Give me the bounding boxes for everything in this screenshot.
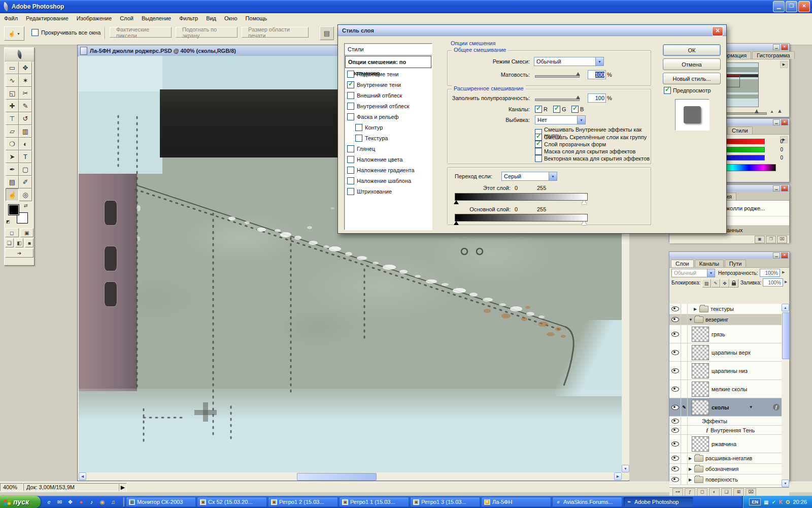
visibility-toggle[interactable] <box>669 380 681 398</box>
zoom-tool[interactable]: ◎ <box>19 188 32 201</box>
menu-item-help[interactable]: Помощь <box>242 13 272 23</box>
layers-scrollbar[interactable]: ▲ ▼ <box>782 304 789 487</box>
style-item-pattern-overlay[interactable]: Наложение шаблона <box>345 175 432 186</box>
tray-icon-update[interactable]: ✪ <box>786 499 790 505</box>
quick-mask-button[interactable]: ▣ <box>20 228 34 237</box>
maximize-button[interactable]: ❐ <box>786 1 797 12</box>
scroll-right-icon[interactable]: ▶ <box>614 472 622 480</box>
underlying-gradient-bar[interactable] <box>455 214 588 221</box>
layer-group-row[interactable]: ▶ расшивка-негатив <box>669 453 782 464</box>
dialog-titlebar[interactable]: Стиль слоя <box>338 25 726 36</box>
fill-field[interactable]: 100% <box>763 278 783 287</box>
tab-paths[interactable]: Пути <box>725 260 747 267</box>
fullscreen-button[interactable]: ■ <box>25 238 33 247</box>
visibility-toggle[interactable] <box>669 453 681 463</box>
visibility-toggle[interactable] <box>669 314 681 325</box>
status-menu-arrow[interactable]: ▶ <box>119 483 127 491</box>
type-tool[interactable]: T <box>19 150 32 163</box>
palette-close-icon[interactable]: ✕ <box>781 185 788 192</box>
task-retro1-3[interactable]: ▣Ретро1 3 (15.03... <box>410 497 480 507</box>
fill-opacity-field[interactable]: 100 <box>588 93 606 103</box>
jump-to-imageready-button[interactable]: ➔ <box>5 248 33 258</box>
layer-row-active[interactable]: ✎ сколы ▼ f <box>669 398 782 417</box>
palette-close-icon[interactable]: ✕ <box>781 44 788 50</box>
crop-tool[interactable]: ◱ <box>6 87 19 100</box>
slider-thumb-icon[interactable] <box>576 72 580 76</box>
palette-menu-icon[interactable]: ▶ <box>780 61 788 68</box>
effects-header-row[interactable]: Эффекты <box>669 417 782 426</box>
shape-tool[interactable]: ▢ <box>19 163 32 176</box>
checkbox[interactable] <box>535 106 542 113</box>
dodge-tool[interactable]: ◐ <box>19 138 32 150</box>
task-cx52[interactable]: ▣Сх 52 (15.03.20... <box>197 497 267 507</box>
menu-item-window[interactable]: Окно <box>220 13 242 23</box>
blur-tool[interactable]: ❍ <box>6 138 19 150</box>
adjustment-layer-icon[interactable]: ◐ <box>709 488 720 496</box>
palette-minimize-icon[interactable]: ▁ <box>773 185 780 192</box>
add-layer-mask-icon[interactable]: ◻ <box>697 488 707 496</box>
checkbox[interactable] <box>347 81 354 88</box>
layer-row[interactable]: мелкие сколы <box>669 380 782 398</box>
blending-options-default-item[interactable]: Опции смешения: по умолчанию <box>345 56 431 68</box>
tab-channels[interactable]: Каналы <box>695 260 724 267</box>
checkbox[interactable] <box>347 156 354 163</box>
gradient-tool[interactable]: ▥ <box>19 125 32 138</box>
expand-arrow-icon[interactable]: ▶ <box>689 456 693 461</box>
menu-item-file[interactable]: Файл <box>0 13 22 23</box>
white-slider-marker[interactable] <box>582 200 587 204</box>
visibility-toggle[interactable] <box>669 464 681 474</box>
tray-icon-grid[interactable]: ▦ <box>764 499 768 505</box>
transparency-shapes-check[interactable]: Слой прозрачных форм <box>535 141 606 148</box>
expand-arrow-icon[interactable]: ▼ <box>689 318 693 322</box>
effects-collapse-icon[interactable]: ▼ <box>749 405 753 409</box>
lasso-tool[interactable]: ∿ <box>6 74 19 87</box>
expand-arrow-icon[interactable]: ▶ <box>694 307 698 311</box>
style-item-stroke[interactable]: Штрихование <box>345 186 432 197</box>
delete-layer-icon[interactable]: ⌧ <box>746 488 756 496</box>
layer-group-row[interactable]: ▶ текстуры <box>669 304 782 314</box>
layer-thumbnail[interactable] <box>692 363 709 378</box>
scroll-up-icon[interactable]: ▲ <box>782 304 789 311</box>
style-item-gradient-overlay[interactable]: Наложение градиента <box>345 165 432 175</box>
styles-list-header[interactable]: Стили <box>345 44 432 55</box>
opacity-field[interactable]: 100% <box>760 269 780 277</box>
visibility-toggle[interactable] <box>669 398 681 416</box>
palette-close-icon[interactable]: ✕ <box>781 252 788 259</box>
opera-icon[interactable]: ● <box>77 498 85 506</box>
winamp-icon[interactable]: ♫ <box>109 498 117 506</box>
menu-item-image[interactable]: Изображение <box>73 13 116 23</box>
checkbox[interactable] <box>347 188 354 195</box>
rectangular-marquee-tool[interactable]: ▭ <box>6 61 19 74</box>
black-slider-marker[interactable] <box>454 200 459 204</box>
history-brush-tool[interactable]: ↺ <box>19 112 32 125</box>
checkbox[interactable] <box>347 103 354 110</box>
checkbox[interactable] <box>347 92 354 99</box>
task-retro1-2[interactable]: ▣Ретро1 2 (15.03... <box>268 497 338 507</box>
show-desktop-icon[interactable]: ❖ <box>66 498 75 506</box>
task-retro1-1[interactable]: ▣Ретро1 1 (15.03... <box>339 497 409 507</box>
layer-group-row[interactable]: ▶ обозначения <box>669 464 782 474</box>
visibility-toggle[interactable] <box>669 325 681 343</box>
foreground-color-swatch[interactable] <box>8 204 19 215</box>
palette-titlebar[interactable]: ▁ ✕ <box>669 252 789 259</box>
expand-arrow-icon[interactable]: ▶ <box>689 478 693 482</box>
style-item-color-overlay[interactable]: Наложение цвета <box>345 154 432 165</box>
mail-icon[interactable]: ✉ <box>55 498 64 506</box>
popup-slider-icon[interactable]: ▶ <box>782 270 785 274</box>
visibility-toggle[interactable] <box>669 435 681 453</box>
blend-mode-dropdown[interactable]: Обычный▼ <box>671 269 715 277</box>
tray-icon-kaspersky[interactable]: K <box>779 499 783 505</box>
layer-mask-hides-check[interactable]: Маска слоя для скрытия эффектов <box>535 148 635 155</box>
channel-b[interactable]: B <box>571 106 584 113</box>
checkbox[interactable] <box>571 106 579 113</box>
move-tool[interactable]: ✥ <box>19 61 32 74</box>
print-size-button[interactable]: Размер области печати <box>242 27 309 38</box>
blend-mode-dropdown[interactable]: Обычный▼ <box>534 57 604 66</box>
menu-item-layer[interactable]: Слой <box>116 13 138 23</box>
checkbox[interactable] <box>355 124 362 131</box>
task-la5fn-folder[interactable]: ❏Ла-5ФН <box>481 497 551 507</box>
style-item-contour[interactable]: Контур <box>345 122 432 133</box>
style-item-bevel-emboss[interactable]: Фаска и рельеф <box>345 111 432 122</box>
hscroll-thumb[interactable] <box>297 473 377 481</box>
channel-g[interactable]: G <box>553 106 566 113</box>
